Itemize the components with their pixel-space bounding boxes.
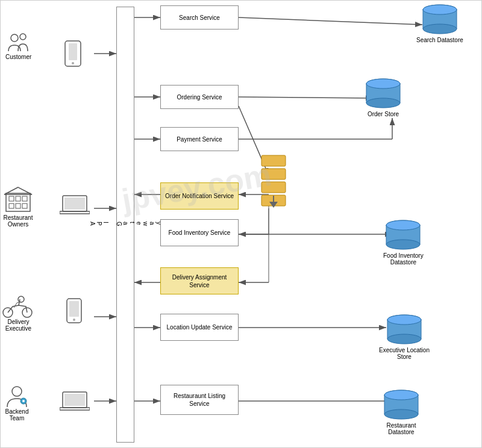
ordering-service-label: Ordering Service [177,93,222,101]
delivery-assignment-box: Delivery Assignment Service [160,267,239,294]
food-inventory-datastore: Food Inventory Datastore [383,219,424,266]
search-datastore-label: Search Datastore [416,37,463,43]
executive-location-store-label: Executive Location Store [379,347,430,360]
order-store: Order Store [365,78,401,117]
food-inventory-datastore-label: Food Inventory Datastore [383,252,424,266]
svg-point-47 [73,319,75,321]
svg-point-63 [423,5,457,14]
svg-point-44 [18,296,24,302]
search-datastore: Search Datastore [416,4,463,43]
restaurant-laptop [60,194,90,217]
svg-point-74 [386,240,420,249]
customer-actor: Customer [5,31,31,60]
food-inventory-label: Food Inventory Service [169,229,231,237]
restaurant-listing-box: Restauraunt Listing Service [160,385,239,415]
svg-rect-35 [9,204,14,208]
order-notification-label: Order Notification Service [165,192,234,200]
svg-point-50 [22,400,25,402]
svg-line-7 [239,97,373,98]
customer-phone [64,40,82,69]
backend-team-actor: Backend Team [4,383,30,422]
svg-point-26 [11,34,18,42]
svg-rect-54 [261,155,286,166]
architecture-diagram: Customer Restaurant Owners [0,0,482,448]
svg-point-86 [384,409,418,419]
order-store-label: Order Store [368,111,399,117]
svg-rect-55 [261,169,286,179]
svg-rect-40 [64,198,85,210]
payment-service-label: Payment Service [177,135,222,143]
restaurant-datastore-label: Restaurant Datastore [387,422,416,435]
ordering-service-box: Ordering Service [160,85,239,109]
svg-point-75 [386,220,420,230]
location-update-box: Location Update Service [160,314,239,341]
svg-line-6 [239,17,422,25]
food-inventory-box: Food Inventory Service [160,219,239,246]
svg-point-62 [423,24,457,34]
search-service-box: Search Service [160,5,239,30]
svg-rect-36 [16,204,20,208]
message-broker [258,152,289,214]
api-gateway: APIGateway [116,7,134,443]
restaurant-datastore: Restaurant Datastore [383,389,419,435]
backend-team-label: Backend Team [5,408,29,422]
restaurant-owners-actor: Restaurant Owners [3,184,33,228]
svg-rect-37 [22,204,27,208]
svg-point-81 [387,315,421,325]
api-gateway-label: APIGateway [89,222,162,228]
svg-rect-41 [60,211,90,214]
executive-location-store: Executive Location Store [379,314,430,360]
svg-rect-56 [261,182,286,193]
customer-label: Customer [5,54,31,60]
svg-point-68 [366,98,400,108]
restaurant-owners-label: Restaurant Owners [4,214,33,228]
svg-rect-46 [69,301,79,317]
backend-laptop [60,391,90,414]
svg-rect-33 [16,196,20,201]
svg-point-48 [12,387,22,396]
svg-rect-34 [22,196,27,201]
delivery-phone [66,297,83,325]
delivery-executive-label: Delivery Executive [5,319,31,332]
location-update-label: Location Update Service [167,323,233,331]
search-service-label: Search Service [179,14,220,22]
svg-point-80 [387,334,421,344]
svg-rect-29 [69,43,77,60]
payment-service-box: Payment Service [160,127,239,151]
delivery-executive-actor: Delivery Executive [2,288,35,332]
restaurant-listing-label: Restauraunt Listing Service [163,392,236,408]
svg-rect-32 [9,196,14,201]
svg-rect-52 [64,394,85,406]
order-notification-box: Order Notification Service [160,182,239,210]
svg-point-30 [72,62,74,64]
delivery-assignment-label: Delivery Assignment Service [163,273,236,289]
svg-rect-53 [60,408,90,410]
svg-point-87 [384,390,418,400]
svg-point-27 [20,34,26,40]
svg-point-69 [366,79,400,89]
